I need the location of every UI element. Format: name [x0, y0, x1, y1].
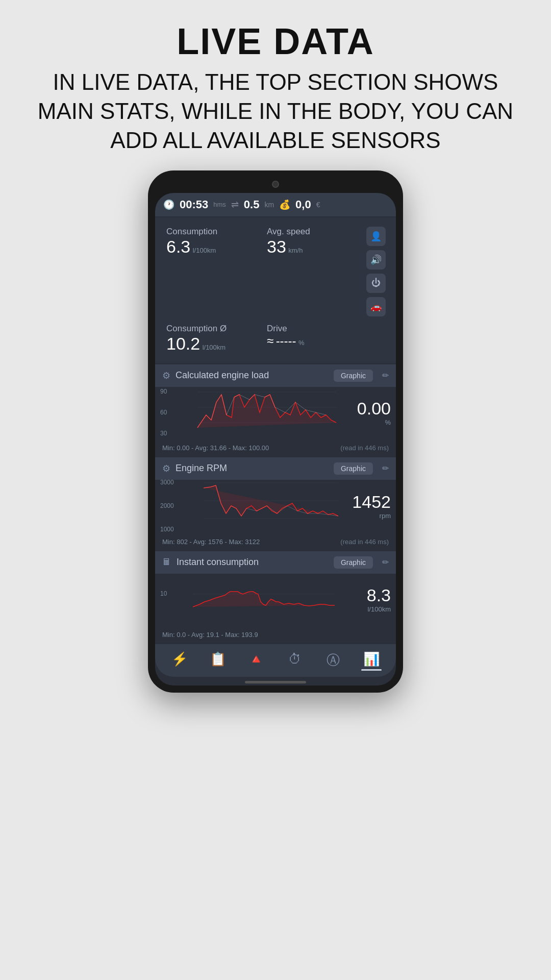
- camera-dot: [272, 181, 279, 188]
- sensor-engine-rpm: ⚙ Engine RPM Graphic ✏ 3000 2000 1000: [155, 457, 396, 550]
- instant-cons-graphic-btn[interactable]: Graphic: [334, 556, 373, 569]
- engine-rpm-name: Engine RPM: [176, 463, 329, 474]
- page-header: LIVE DATA IN LIVE DATA, THE TOP SECTION …: [0, 0, 551, 170]
- avg-speed-block: Avg. speed 33 km/h: [263, 225, 363, 259]
- engine-load-graphic-btn[interactable]: Graphic: [334, 370, 373, 382]
- consumption-value-row: 6.3 l/100km: [166, 237, 259, 257]
- drive-unit: %: [298, 339, 305, 347]
- engine-rpm-icon: ⚙: [162, 463, 170, 474]
- engine-rpm-body: 3000 2000 1000 1452 rpm: [155, 480, 396, 536]
- consumption-avg-value: 10.2: [166, 334, 200, 353]
- engine-load-name: Calculated engine load: [176, 370, 329, 381]
- instant-cons-name: Instant consumption: [177, 557, 329, 568]
- distance-unit: km: [264, 201, 274, 209]
- drive-approx: ≈: [267, 334, 273, 348]
- drive-value-row: ≈ ----- %: [267, 334, 359, 348]
- status-bar: 🕐 00:53 hms ⇌ 0.5 km 💰 0,0 €: [155, 193, 396, 216]
- engine-rpm-graphic-btn[interactable]: Graphic: [334, 462, 373, 475]
- consumption-avg-unit: l/100km: [203, 344, 226, 351]
- drive-label: Drive: [267, 324, 359, 334]
- engine-rpm-unit: rpm: [350, 512, 391, 520]
- engine-load-chart: 90 60 30: [160, 387, 345, 438]
- page-subtitle: IN LIVE DATA, THE TOP SECTION SHOWS MAIN…: [31, 67, 520, 155]
- sensor-engine-load-header: ⚙ Calculated engine load Graphic ✏: [155, 364, 396, 387]
- consumption-avg-block: Consumption Ø 10.2 l/100km: [162, 322, 263, 356]
- instant-cons-value: 8.3: [350, 585, 391, 605]
- status-time-label: hms: [213, 201, 226, 208]
- avg-speed-value-row: 33 km/h: [267, 237, 359, 257]
- engine-load-unit: %: [350, 419, 391, 426]
- instant-cons-icon: 🖩: [162, 557, 171, 568]
- phone-shell: 🕐 00:53 hms ⇌ 0.5 km 💰 0,0 € Consumption…: [148, 170, 403, 693]
- drive-block: Drive ≈ ----- %: [263, 322, 363, 350]
- engine-rpm-value: 1452: [350, 492, 391, 512]
- engine-load-svg: [160, 387, 345, 438]
- nav-indicator-live-data: [361, 669, 382, 671]
- engine-rpm-edit-icon[interactable]: ✏: [382, 463, 389, 473]
- instant-cons-svg: [160, 574, 345, 625]
- timer-icon: ⏱: [288, 651, 302, 667]
- avg-speed-unit: km/h: [288, 247, 303, 254]
- engine-load-stats: Min: 0.00 - Avg: 31.66 - Max: 100.00: [162, 444, 269, 452]
- instant-cons-chart-labels: 10: [160, 574, 167, 625]
- car-icon-btn[interactable]: 🚗: [366, 297, 386, 316]
- engine-rpm-chart-labels: 3000 2000 1000: [160, 478, 174, 534]
- consumption-avg-label: Consumption Ø: [166, 324, 259, 334]
- page-title: LIVE DATA: [31, 20, 520, 62]
- engine-rpm-chart: 3000 2000 1000: [160, 478, 345, 534]
- instant-cons-stats: Min: 0.0 - Avg: 19.1 - Max: 193.9: [162, 631, 258, 639]
- engine-load-body: 90 60 30: [155, 387, 396, 442]
- sensor-instant-consumption: 🖩 Instant consumption Graphic ✏ 10: [155, 551, 396, 643]
- sensor-engine-load: ⚙ Calculated engine load Graphic ✏ 90 60…: [155, 364, 396, 456]
- nav-indicator-lightning: [169, 669, 190, 671]
- consumption-block: Consumption 6.3 l/100km: [162, 225, 263, 259]
- side-icons: 👤 🔊 ⏻ 🚗: [363, 225, 389, 318]
- road-icon: 🔺: [248, 651, 264, 667]
- auto-icon: Ⓐ: [327, 651, 340, 669]
- camera-bar: [155, 178, 396, 193]
- nav-indicator-road: [246, 669, 266, 671]
- sound-icon-btn[interactable]: 🔊: [366, 250, 386, 270]
- engine-load-value: 0.00: [350, 399, 391, 419]
- clock-icon: 🕐: [163, 199, 174, 210]
- nav-item-timer[interactable]: ⏱: [285, 651, 305, 671]
- consumption-unit: l/100km: [193, 247, 216, 254]
- stats-panel: Consumption 6.3 l/100km Avg. speed 33 km…: [155, 217, 396, 363]
- status-cost: 0,0: [295, 198, 311, 211]
- report-icon: 📋: [210, 651, 226, 667]
- engine-load-edit-icon[interactable]: ✏: [382, 371, 389, 380]
- engine-rpm-value-block: 1452 rpm: [350, 492, 391, 520]
- sensor-instant-consumption-header: 🖩 Instant consumption Graphic ✏: [155, 551, 396, 574]
- user-icon-btn[interactable]: 👤: [366, 227, 386, 246]
- status-time: 00:53: [180, 198, 208, 211]
- avg-speed-value: 33: [267, 237, 286, 256]
- instant-cons-footer: Min: 0.0 - Avg: 19.1 - Max: 193.9: [155, 629, 396, 643]
- nav-indicator-report: [208, 669, 228, 671]
- instant-cons-chart: 10: [160, 574, 345, 625]
- consumption-label: Consumption: [166, 227, 259, 237]
- instant-cons-body: 10 8.3 l/100km: [155, 574, 396, 629]
- engine-rpm-svg: [160, 478, 345, 534]
- nav-item-lightning[interactable]: ⚡: [169, 651, 190, 671]
- engine-rpm-read: (read in 446 ms): [340, 538, 389, 546]
- consumption-value: 6.3: [166, 237, 190, 256]
- nav-item-road[interactable]: 🔺: [246, 651, 266, 671]
- engine-rpm-footer: Min: 802 - Avg: 1576 - Max: 3122 (read i…: [155, 536, 396, 550]
- phone-screen: 🕐 00:53 hms ⇌ 0.5 km 💰 0,0 € Consumption…: [155, 193, 396, 685]
- power-icon-btn[interactable]: ⏻: [366, 274, 386, 293]
- nav-item-live-data[interactable]: 📊: [361, 651, 382, 671]
- bottom-nav: ⚡ 📋 🔺 ⏱ Ⓐ 📊: [155, 644, 396, 677]
- nav-indicator-auto: [323, 671, 343, 673]
- nav-item-report[interactable]: 📋: [208, 651, 228, 671]
- engine-rpm-stats: Min: 802 - Avg: 1576 - Max: 3122: [162, 538, 260, 546]
- avg-speed-label: Avg. speed: [267, 227, 359, 237]
- instant-cons-unit: l/100km: [350, 605, 391, 613]
- lightning-icon: ⚡: [171, 651, 188, 667]
- route-icon: ⇌: [231, 199, 239, 210]
- engine-load-chart-labels: 90 60 30: [160, 387, 167, 438]
- nav-item-auto[interactable]: Ⓐ: [323, 651, 343, 673]
- engine-load-icon: ⚙: [162, 370, 170, 381]
- drive-dashes: -----: [276, 334, 296, 348]
- status-distance: 0.5: [244, 198, 260, 211]
- instant-cons-edit-icon[interactable]: ✏: [382, 557, 389, 567]
